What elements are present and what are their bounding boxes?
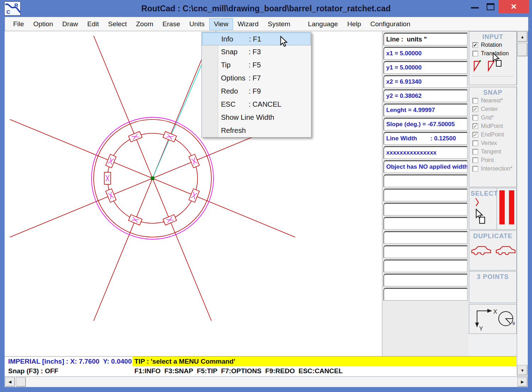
checkbox-endpoint[interactable]: EndPoint [469, 130, 516, 139]
field-empty-9[interactable] [383, 288, 467, 301]
menu-file[interactable]: File [9, 18, 29, 30]
horizontal-scroll-thumb[interactable] [16, 377, 26, 387]
field-line-width[interactable]: Line Width : 0.12500 [383, 132, 467, 145]
checkbox-grid[interactable]: Grid* [469, 113, 516, 122]
select-bars-panel [497, 188, 517, 229]
menu-system[interactable]: System [263, 18, 295, 30]
field-empty-1[interactable] [383, 174, 467, 187]
center-point-marker [151, 177, 154, 180]
menu-zoom[interactable]: Zoom [132, 18, 158, 30]
menu-draw[interactable]: Draw [58, 18, 83, 30]
menu-bar: File Option Draw Edit Select Zoom Erase … [5, 17, 528, 31]
snap-status: Snap (F3) : OFF [8, 367, 58, 375]
select-bar-icon[interactable] [509, 190, 514, 224]
select-bar-icon[interactable] [499, 190, 505, 224]
checkbox-midpoint[interactable]: MidPoint [469, 122, 516, 130]
drag-cursor-icon [493, 52, 503, 68]
horizontal-scrollbar[interactable]: ◀ ▶ [5, 376, 528, 387]
rotation-input-icon[interactable] [473, 60, 482, 73]
scroll-right-button[interactable]: ▶ [517, 377, 527, 387]
tip-banner: TIP : 'select a MENU Command' [132, 357, 516, 366]
view-menu-show-line-width[interactable]: Show Line Width [202, 111, 311, 124]
duplicate-header: DUPLICATE [469, 231, 516, 240]
cad-drawing [5, 31, 382, 356]
checkbox-center[interactable]: Center [469, 105, 516, 113]
duplicate-part-icon[interactable] [471, 245, 492, 256]
field-length[interactable]: Lenght = 4.99997 [383, 103, 467, 116]
function-key-hints: F1:INFO F3:SNAP F5:TIP F7:OPTIONS F9:RED… [134, 367, 343, 375]
checkbox-point[interactable]: Point [469, 156, 516, 164]
select-line-icon[interactable] [473, 197, 483, 209]
rotation-checkbox[interactable] [472, 42, 478, 48]
select-cursor-icon [476, 208, 487, 225]
theta-label: θ [512, 321, 515, 326]
duplicate-part-icon[interactable] [495, 245, 517, 256]
field-width-status[interactable]: Object has NO applied width [383, 160, 467, 173]
view-menu-tip[interactable]: Tip: F5 [202, 58, 311, 72]
arrow-left-icon: ◀ [9, 380, 11, 384]
view-menu-snap[interactable]: Snap: F3 [202, 45, 311, 58]
field-x2[interactable]: x2 = 6.91340 [383, 75, 467, 88]
select-panel: SELECT [469, 188, 517, 230]
view-menu-esc[interactable]: ESC: CANCEL [202, 98, 311, 111]
title-bar: C R RoutCad : C:\cnc_mill\drawing_board\… [0, 0, 532, 17]
coordinate-fields-panel: Line : units " x1 = 5.00000 y1 = 5.00000… [382, 31, 469, 376]
snap-header: SNAP [469, 87, 516, 96]
field-y2[interactable]: y2 = 0.38062 [383, 89, 467, 102]
close-button[interactable]: ✕ [499, 0, 529, 13]
field-entity-type[interactable]: Line : units " [383, 33, 467, 45]
menu-select[interactable]: Select [104, 18, 132, 30]
scroll-down-button[interactable]: ▼ [517, 365, 527, 375]
scroll-left-button[interactable]: ◀ [5, 377, 15, 387]
menu-units[interactable]: Units [185, 18, 209, 30]
menu-erase[interactable]: Erase [158, 18, 185, 30]
window-title: RoutCad : C:\cnc_mill\drawing_board\barr… [142, 4, 391, 13]
menu-edit[interactable]: Edit [83, 18, 104, 30]
menu-view[interactable]: View [209, 18, 233, 30]
field-empty-6[interactable] [383, 245, 467, 258]
three-points-header: 3 POINTS [469, 271, 516, 281]
mouse-cursor-icon [280, 36, 288, 47]
field-empty-3[interactable] [383, 203, 467, 215]
checkbox-nearest[interactable]: Nearest* [469, 96, 516, 105]
view-menu-refresh[interactable]: Refresh [202, 124, 311, 137]
close-icon: ✕ [511, 2, 517, 11]
menu-configuration[interactable]: Configuration [366, 18, 415, 30]
checkbox-rotation[interactable]: Rotation [469, 41, 516, 49]
snap-panel: SNAP Nearest* Center Grid* MidPoint EndP… [469, 87, 517, 187]
routcad-window: C R RoutCad : C:\cnc_mill\drawing_board\… [0, 0, 532, 392]
axis-orientation-icon[interactable]: X Y θ [469, 304, 516, 334]
arrow-right-icon: ▶ [521, 380, 524, 384]
maximize-button[interactable] [487, 3, 494, 10]
field-slope[interactable]: Slope (deg.) = -67.50005 [383, 118, 467, 130]
input-header: INPUT [469, 32, 516, 41]
field-x1[interactable]: x1 = 5.00000 [383, 47, 467, 60]
axis-panel: X Y θ [469, 304, 517, 334]
input-panel: INPUT Rotation Translation [469, 31, 517, 85]
field-empty-5[interactable] [383, 231, 467, 244]
menu-wizard[interactable]: Wizard [233, 18, 263, 30]
field-empty-2[interactable] [383, 189, 467, 201]
field-mask[interactable]: xxxxxxxxxxxxxxx [383, 146, 467, 159]
checkbox-intersection[interactable]: Intersection* [469, 164, 516, 173]
field-empty-7[interactable] [383, 259, 467, 272]
drawing-canvas[interactable] [5, 31, 382, 356]
view-menu-info[interactable]: Info : F1 [202, 33, 311, 45]
minimize-button[interactable] [471, 7, 479, 9]
app-logo-icon[interactable]: C R [4, 1, 21, 16]
scroll-up-button[interactable]: ▲ [517, 32, 527, 42]
field-empty-4[interactable] [383, 217, 467, 230]
checkbox-vertex[interactable]: Vertex [469, 139, 516, 147]
field-empty-8[interactable] [383, 274, 467, 286]
field-y1[interactable]: y1 = 5.00000 [383, 61, 467, 74]
menu-help[interactable]: Help [343, 18, 366, 30]
vertical-scrollbar[interactable]: ▲ ▼ [517, 31, 528, 376]
logo-letter-r: R [14, 2, 18, 8]
menu-option[interactable]: Option [29, 18, 58, 30]
checkbox-tangent[interactable]: Tangent [469, 147, 516, 156]
vertical-scroll-thumb[interactable] [517, 43, 527, 56]
view-menu-options[interactable]: Options: F7 [202, 72, 311, 85]
view-menu-redo[interactable]: Redo: F9 [202, 85, 311, 98]
menu-language[interactable]: Language [303, 18, 343, 30]
translation-checkbox[interactable] [472, 51, 478, 56]
